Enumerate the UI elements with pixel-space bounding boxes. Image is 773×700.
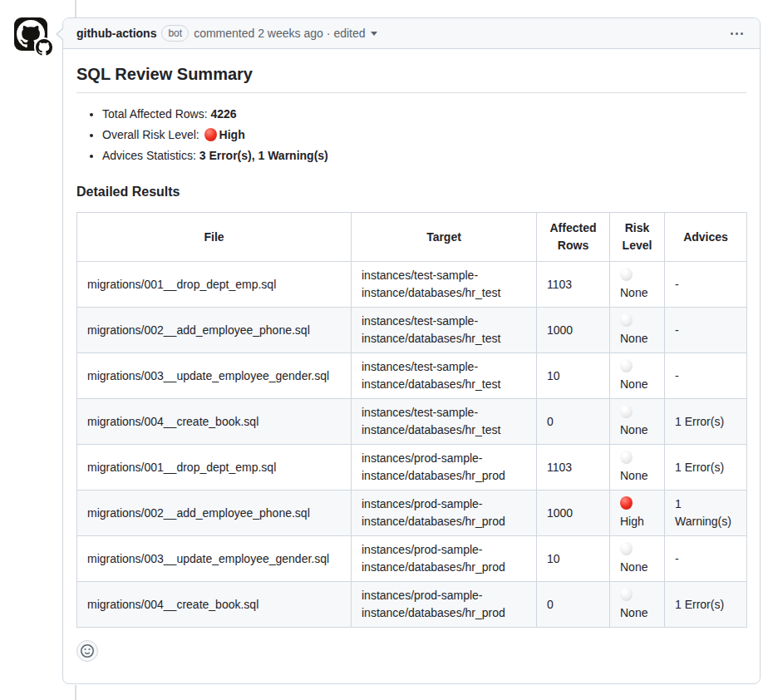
- table-row: migrations/004__create_book.sql instance…: [77, 399, 747, 445]
- bullet-value: High: [219, 128, 245, 141]
- cell-risk-level: None: [610, 445, 665, 490]
- risk-level-emoji: [620, 268, 633, 281]
- risk-level-emoji: [620, 451, 633, 464]
- table-row: migrations/002__add_employee_phone.sql i…: [77, 308, 747, 353]
- table-row: migrations/001__drop_dept_emp.sql instan…: [77, 445, 747, 490]
- cell-advices: 1 Warning(s): [665, 490, 747, 536]
- timeline-line-top: [75, 0, 76, 17]
- table-row: migrations/004__create_book.sql instance…: [77, 582, 747, 628]
- cell-target: instances/prod-sample-instance/databases…: [352, 490, 537, 536]
- cell-file: migrations/001__drop_dept_emp.sql: [77, 445, 352, 490]
- summary-bullet: Advices Statistics: 3 Error(s), 1 Warnin…: [102, 147, 746, 165]
- cell-affected-rows: 0: [537, 582, 610, 628]
- risk-level-text: None: [620, 469, 647, 482]
- risk-circle-emoji: [204, 128, 217, 141]
- cell-affected-rows: 1103: [537, 445, 610, 490]
- edited-label: edited: [333, 27, 365, 40]
- summary-bullet: Overall Risk Level: High: [102, 126, 746, 144]
- table-header-row: FileTargetAffected RowsRisk LevelAdvices: [77, 213, 747, 262]
- risk-level-emoji: [620, 359, 633, 372]
- edited-dropdown[interactable]: edited: [333, 27, 377, 40]
- cell-risk-level: None: [610, 536, 665, 582]
- cell-affected-rows: 10: [537, 536, 610, 582]
- cell-affected-rows: 10: [537, 353, 610, 399]
- bullet-value: 3 Error(s), 1 Warning(s): [199, 149, 328, 162]
- cell-file: migrations/004__create_book.sql: [77, 399, 352, 445]
- column-header: File: [77, 213, 352, 262]
- cell-affected-rows: 1000: [537, 490, 610, 536]
- risk-level-text: None: [620, 286, 647, 299]
- risk-level-text: None: [620, 423, 647, 436]
- column-header: Advices: [665, 213, 747, 262]
- risk-level-text: None: [620, 332, 647, 345]
- bullet-label: Total Affected Rows:: [102, 107, 210, 121]
- risk-level-emoji: [620, 542, 633, 555]
- table-row: migrations/002__add_employee_phone.sql i…: [77, 490, 747, 536]
- column-header: Risk Level: [610, 213, 665, 262]
- cell-advices: 1 Error(s): [665, 445, 747, 490]
- cell-target: instances/prod-sample-instance/databases…: [352, 582, 537, 628]
- risk-level-emoji: [620, 405, 633, 418]
- cell-file: migrations/002__add_employee_phone.sql: [77, 308, 352, 353]
- risk-level-text: None: [620, 560, 647, 574]
- table-body: migrations/001__drop_dept_emp.sql instan…: [77, 262, 747, 628]
- cell-target: instances/prod-sample-instance/databases…: [352, 445, 537, 490]
- cell-risk-level: None: [610, 399, 665, 445]
- cell-risk-level: None: [610, 582, 665, 628]
- bot-octocat-badge-icon: [36, 39, 52, 56]
- comment-options-kebab-icon[interactable]: [727, 27, 746, 40]
- avatar[interactable]: [14, 17, 47, 51]
- author-link[interactable]: github-actions: [76, 27, 156, 40]
- table-row: migrations/001__drop_dept_emp.sql instan…: [77, 262, 747, 308]
- cell-file: migrations/003__update_employee_gender.s…: [77, 536, 352, 582]
- timestamp-link[interactable]: commented 2 weeks ago: [194, 27, 323, 40]
- table-row: migrations/003__update_employee_gender.s…: [77, 353, 747, 399]
- cell-file: migrations/004__create_book.sql: [77, 582, 352, 628]
- risk-level-text: None: [620, 606, 647, 619]
- cell-affected-rows: 1103: [537, 262, 610, 308]
- summary-bullet: Total Affected Rows: 4226: [102, 106, 746, 123]
- timeline-line-bottom: [75, 685, 76, 700]
- smiley-icon: [81, 644, 94, 658]
- cell-risk-level: None: [610, 308, 665, 353]
- cell-advices: 1 Error(s): [665, 399, 747, 445]
- cell-target: instances/test-sample-instance/databases…: [352, 399, 537, 445]
- add-reaction-button[interactable]: [76, 640, 98, 662]
- results-table: FileTargetAffected RowsRisk LevelAdvices…: [76, 212, 747, 628]
- comment-header: github-actions bot commented 2 weeks ago…: [63, 18, 760, 49]
- table-row: migrations/003__update_employee_gender.s…: [77, 536, 747, 582]
- risk-level-text: None: [620, 377, 647, 391]
- cell-file: migrations/002__add_employee_phone.sql: [77, 490, 352, 536]
- summary-list: Total Affected Rows: 4226Overall Risk Le…: [76, 106, 746, 165]
- cell-affected-rows: 0: [537, 399, 610, 445]
- cell-advices: -: [665, 536, 747, 582]
- cell-advices: -: [665, 262, 747, 308]
- cell-target: instances/prod-sample-instance/databases…: [352, 536, 537, 582]
- risk-level-emoji: [620, 313, 633, 327]
- cell-advices: -: [665, 308, 747, 353]
- risk-level-emoji: [620, 588, 633, 601]
- bot-badge: bot: [161, 25, 189, 42]
- cell-file: migrations/001__drop_dept_emp.sql: [77, 262, 352, 308]
- chevron-down-icon: [371, 32, 377, 36]
- cell-risk-level: None: [610, 262, 665, 308]
- speech-caret: [56, 27, 63, 41]
- cell-target: instances/test-sample-instance/databases…: [352, 262, 537, 308]
- risk-level-emoji: [620, 496, 633, 510]
- cell-risk-level: None: [610, 353, 665, 399]
- cell-target: instances/test-sample-instance/databases…: [352, 308, 537, 353]
- cell-advices: 1 Error(s): [665, 582, 747, 628]
- comment-body: SQL Review Summary Total Affected Rows: …: [63, 49, 760, 675]
- cell-target: instances/test-sample-instance/databases…: [352, 353, 537, 399]
- column-header: Target: [352, 213, 537, 262]
- cell-risk-level: High: [610, 490, 665, 536]
- separator-dot: ·: [327, 27, 331, 40]
- bullet-value: 4226: [210, 107, 236, 121]
- reaction-row: [76, 640, 746, 662]
- cell-advices: -: [665, 353, 747, 399]
- review-summary-title: SQL Review Summary: [76, 64, 746, 93]
- bullet-label: Overall Risk Level:: [102, 128, 203, 141]
- comment-card: github-actions bot commented 2 weeks ago…: [62, 17, 761, 684]
- bullet-label: Advices Statistics:: [102, 149, 199, 162]
- cell-affected-rows: 1000: [537, 308, 610, 353]
